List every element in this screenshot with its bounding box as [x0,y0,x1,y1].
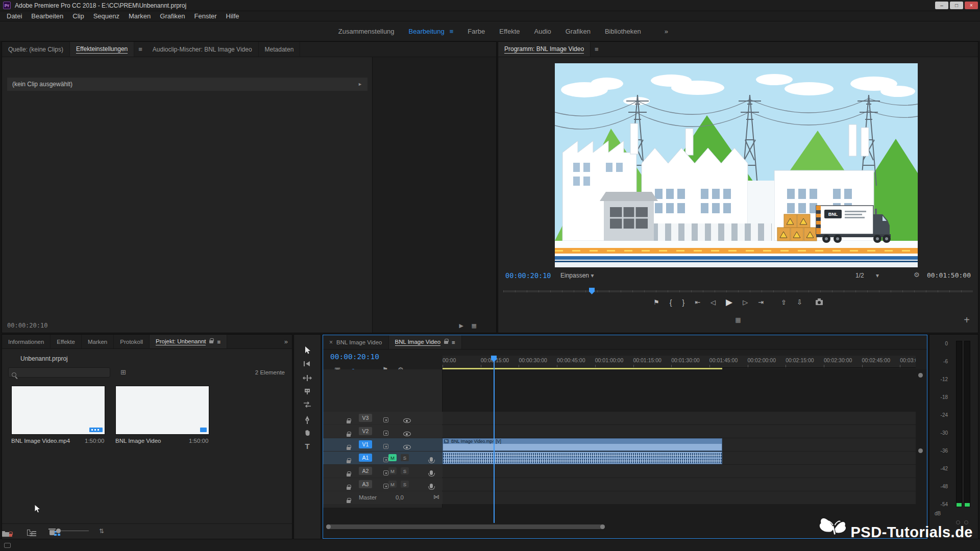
program-monitor-video-frame[interactable]: BNL [555,63,918,267]
timeline-video-clip[interactable]: fx BNL Image Video.mp4 [V] [443,438,722,451]
comparison-view-icon[interactable]: ▦ [735,316,741,323]
tab-audio-clip-mixer[interactable]: Audioclip-Mischer: BNL Image Video [146,42,259,57]
track-header-a1[interactable]: A1 M S [323,452,443,464]
pen-tool-icon[interactable] [304,415,311,427]
mute-toggle[interactable]: M [388,454,397,461]
panel-menu-icon[interactable]: ≡ [591,42,603,57]
tab-metadata[interactable]: Metadaten [259,42,301,57]
menu-item[interactable]: Bearbeiten [27,12,68,20]
track-select-forward-tool-icon[interactable] [303,360,312,369]
sync-lock-icon[interactable] [383,457,388,462]
project-file-name[interactable]: Unbenannt.prproj [20,355,68,362]
add-marker-icon[interactable]: ⚑ [653,299,659,306]
menu-item[interactable]: Hilfe [222,12,244,20]
tab-source-monitor[interactable]: Quelle: (keine Clips) [2,42,70,57]
project-item-thumbnail[interactable] [11,386,105,435]
track-header-v1[interactable]: V1 [323,438,443,451]
timeline-tab-inactive[interactable]: × BNL Image Video [323,335,389,349]
track-lock-icon[interactable] [347,420,351,423]
source-patch-icon[interactable] [383,417,388,422]
program-scrubber[interactable] [503,290,973,292]
sort-icon[interactable]: ⇅ [99,528,104,535]
source-patch-icon[interactable] [383,444,388,449]
voiceover-mic-icon[interactable] [430,470,433,475]
expand-arrow-icon[interactable]: ► [358,82,362,87]
add-button-icon[interactable]: + [964,314,970,326]
solo-toggle[interactable]: S [401,454,409,461]
vertical-scroll-knob-video[interactable] [918,373,923,378]
track-badge-a2[interactable]: A2 [359,467,372,475]
project-item-name[interactable]: BNL Image Video.mp4 [11,438,70,444]
project-item-name[interactable]: BNL Image Video [115,438,161,444]
timeline-tab-active[interactable]: BNL Image Video ≡ [389,335,462,349]
new-bin-icon[interactable] [2,532,9,537]
monitor-settings-icon[interactable]: ⚙ [914,271,920,279]
play-around-icon[interactable]: ▶ [459,322,463,329]
fit-dropdown[interactable]: Einpassen ▾ [560,272,594,279]
track-lane-a2[interactable] [443,465,916,478]
tab-markers[interactable]: Marken [82,335,114,348]
workspace-tab-farbe[interactable]: Farbe [468,28,485,35]
vertical-scroll-knob-audio[interactable] [918,448,923,453]
search-input[interactable] [20,368,108,377]
panel-menu-icon[interactable]: ≡ [217,339,220,345]
tab-effects[interactable]: Effekte [51,335,82,348]
panel-menu-icon[interactable]: ≡ [134,42,146,57]
workspace-tab-bibliotheken[interactable]: Bibliotheken [605,28,641,35]
track-badge-a3[interactable]: A3 [359,480,372,488]
solo-toggle[interactable]: S [401,481,409,488]
workspace-tab-effekte[interactable]: Effekte [499,28,520,35]
search-bin-icon[interactable]: ⊞ [120,368,126,376]
mark-in-icon[interactable]: { [670,299,672,306]
play-button[interactable]: ▶ [726,298,732,307]
menu-item[interactable]: Sequenz [89,12,124,20]
sync-lock-icon[interactable] [383,470,388,475]
track-header-a3[interactable]: A3 M S [323,478,443,491]
tab-effect-controls[interactable]: Effekteinstellungen [70,42,134,57]
track-badge-a1[interactable]: A1 [359,454,372,462]
voiceover-mic-icon[interactable] [430,457,433,462]
type-tool-icon[interactable]: T [305,442,309,450]
close-tab-icon[interactable]: × [329,339,333,346]
track-header-a2[interactable]: A2 M S [323,465,443,478]
tab-project[interactable]: Projekt: Unbenannt ≡ [150,335,227,348]
zoom-slider[interactable] [53,531,89,531]
timeline-timecode[interactable]: 00:00:20:10 [330,353,379,361]
scroll-zoom-knob-left[interactable] [326,524,331,529]
track-lock-icon[interactable] [347,434,351,437]
search-box[interactable] [8,367,110,378]
workspace-tab-zusammenstellung[interactable]: Zusammenstellung [338,28,395,35]
workspace-menu-icon[interactable]: ≡ [450,28,454,35]
minimize-button[interactable]: – [935,2,948,9]
mark-out-icon[interactable]: } [682,299,684,306]
tab-program-monitor[interactable]: Programm: BNL Image Video [498,42,591,57]
timeline-audio-clip[interactable] [443,452,722,464]
master-meter-icon[interactable]: ⋈ [433,493,439,500]
panel-menu-icon[interactable]: ≡ [452,339,455,345]
track-header-v3[interactable]: V3 [323,412,443,424]
menu-item[interactable]: Marken [124,12,155,20]
mute-toggle[interactable]: M [388,481,397,488]
track-output-eye-icon[interactable] [403,432,411,436]
track-output-eye-icon[interactable] [403,418,411,423]
step-back-icon[interactable]: ◁ [710,299,716,306]
track-lane-a3[interactable] [443,478,916,491]
track-lane-v3[interactable] [443,412,916,424]
track-lock-icon[interactable] [347,500,351,503]
tab-overflow-icon[interactable]: » [280,335,292,348]
project-item-thumbnail[interactable] [115,386,209,435]
ripple-edit-tool-icon[interactable] [303,374,312,384]
close-button[interactable]: × [965,2,978,9]
menu-item[interactable]: Datei [2,12,27,20]
menu-item[interactable]: Clip [68,12,88,20]
lift-icon[interactable]: ⇧ [781,299,787,306]
program-playhead-marker[interactable] [589,288,595,294]
program-timecode[interactable]: 00:00:20:10 [505,271,551,280]
source-patch-icon[interactable] [383,431,388,436]
delete-icon[interactable] [50,530,55,535]
extract-icon[interactable]: ⇩ [797,299,802,306]
mute-toggle[interactable]: M [388,467,397,474]
track-badge-v2[interactable]: V2 [359,427,372,435]
track-lock-icon[interactable] [347,487,351,490]
maximize-button[interactable]: □ [950,2,963,9]
